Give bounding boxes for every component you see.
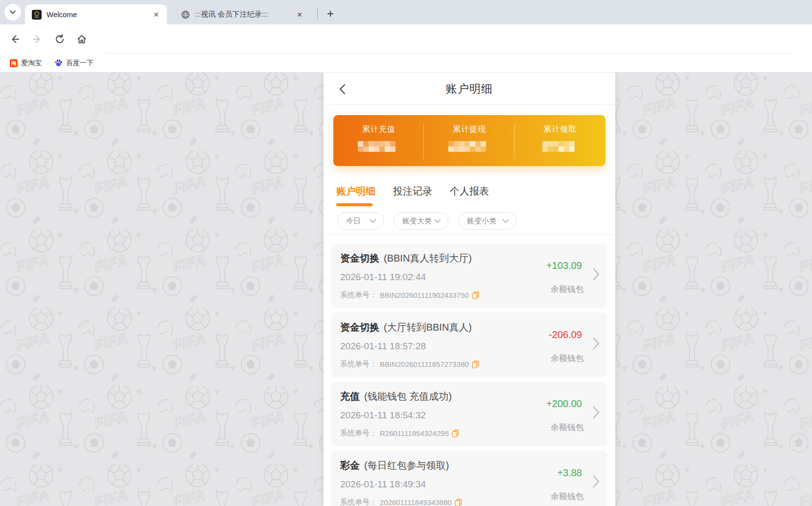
chevron-down-icon	[434, 219, 441, 223]
transaction-title: 彩金(每日红包参与领取)	[340, 459, 449, 472]
filter-label: 账变大类	[402, 217, 432, 226]
transaction-title: 资金切换(大厅转到BBIN真人)	[340, 321, 472, 334]
arrow-left-icon	[9, 34, 20, 45]
home-button[interactable]	[72, 29, 92, 49]
copy-icon[interactable]	[472, 291, 479, 299]
transaction-amount: +103.09	[546, 260, 582, 271]
total-deposit-column: 累计充值	[333, 115, 424, 166]
tab-betting-records[interactable]: 投注记录	[393, 181, 432, 201]
copy-icon[interactable]	[452, 430, 459, 437]
transaction-type: 资金切换	[340, 322, 379, 333]
masked-amount	[358, 141, 400, 152]
wallet-label: 余额钱包	[551, 353, 584, 364]
transaction-datetime: 2026-01-11 18:49:34	[340, 479, 426, 490]
tab-divider	[317, 9, 318, 20]
tab-account-details[interactable]: 账户明细	[336, 181, 375, 201]
page-title: 账户明细	[324, 72, 615, 105]
wallet-label: 余额钱包	[551, 491, 584, 502]
account-details-panel: 账户明细 累计充值 累计提现 累计领取 账户明细 投注记录 个人报表 今	[324, 72, 615, 506]
total-withdraw-label: 累计提现	[453, 124, 486, 135]
copy-icon[interactable]	[455, 499, 462, 506]
order-prefix-label: 系统单号：	[340, 290, 377, 300]
taobao-icon: 淘	[10, 59, 18, 67]
new-tab-button[interactable]: +	[322, 5, 339, 22]
order-number: 202601111849343880	[380, 498, 452, 506]
order-prefix-label: 系统单号：	[340, 360, 377, 369]
order-prefix-label: 系统单号：	[340, 498, 377, 506]
transaction-card[interactable]: 充值(钱能钱包 充值成功) 2026-01-11 18:54:32 系统单号：R…	[331, 382, 607, 446]
reload-button[interactable]	[50, 29, 70, 49]
transaction-order-row: 系统单号：202601111849343880	[340, 498, 462, 506]
browser-tab-betting-records[interactable]: :::视讯 会员下注纪录::: ✕	[174, 4, 310, 24]
totals-summary-card: 累计充值 累计提现 累计领取	[333, 115, 605, 166]
transaction-card[interactable]: 资金切换(BBIN真人转到大厅) 2026-01-11 19:02:44 系统单…	[331, 243, 607, 308]
app-header: 账户明细	[324, 72, 615, 105]
total-claimed-column: 累计领取	[515, 115, 605, 166]
site-favicon	[32, 10, 42, 20]
section-tabs: 账户明细 投注记录 个人报表	[336, 181, 489, 201]
tab-strip: Welcome ✕ :::视讯 会员下注纪录::: ✕ +	[0, 0, 812, 24]
bookmark-baidu[interactable]: 百度一下	[51, 57, 96, 69]
forward-button[interactable]	[27, 29, 47, 49]
transaction-order-row: 系统单号：R2601111854324295	[340, 429, 459, 438]
transaction-subtitle: (每日红包参与领取)	[364, 460, 449, 471]
transaction-list: 资金切换(BBIN真人转到大厅) 2026-01-11 19:02:44 系统单…	[331, 243, 607, 506]
order-number: BBIN202601111902433750	[380, 291, 469, 299]
tab-personal-report[interactable]: 个人报表	[450, 181, 489, 201]
filter-label: 账变小类	[467, 217, 496, 226]
chevron-down-icon	[370, 219, 376, 223]
bookmark-label: 百度一下	[66, 59, 93, 68]
transaction-card[interactable]: 彩金(每日红包参与领取) 2026-01-11 18:49:34 系统单号：20…	[331, 451, 607, 506]
transaction-amount: +200.00	[546, 398, 582, 410]
chevron-down-icon	[9, 9, 16, 16]
chevron-right-icon	[593, 337, 600, 350]
filter-label: 今日	[346, 217, 361, 226]
browser-tab-welcome[interactable]: Welcome ✕	[25, 4, 167, 24]
total-claimed-label: 累计领取	[543, 124, 577, 135]
bookmark-aitaobao[interactable]: 淘 爱淘宝	[7, 57, 45, 69]
filter-row: 今日 账变大类 账变小类	[337, 212, 516, 230]
transaction-type: 资金切换	[340, 253, 379, 264]
divider	[324, 234, 615, 235]
transaction-datetime: 2026-01-11 18:54:32	[340, 410, 426, 421]
transaction-subtitle: (钱能钱包 充值成功)	[364, 391, 452, 402]
chevron-right-icon	[593, 268, 600, 281]
date-filter-dropdown[interactable]: 今日	[337, 212, 384, 230]
transaction-subtitle: (大厅转到BBIN真人)	[384, 322, 472, 333]
baidu-paw-icon	[54, 59, 63, 67]
minor-category-dropdown[interactable]: 账变小类	[458, 212, 516, 230]
page-background: FIFA 账户明细	[0, 72, 812, 506]
transaction-amount: +3.88	[557, 467, 582, 479]
masked-amount	[542, 141, 578, 152]
major-category-dropdown[interactable]: 账变大类	[394, 212, 448, 230]
total-withdraw-column: 累计提现	[424, 115, 514, 166]
transaction-subtitle: (BBIN真人转到大厅)	[384, 253, 472, 264]
tab-title: :::视讯 会员下注纪录:::	[195, 10, 289, 19]
transaction-card[interactable]: 资金切换(大厅转到BBIN真人) 2026-01-11 18:57:28 系统单…	[331, 313, 607, 377]
tab-title: Welcome	[46, 10, 145, 19]
transaction-datetime: 2026-01-11 19:02:44	[340, 272, 426, 283]
wallet-label: 余额钱包	[551, 422, 584, 433]
total-deposit-label: 累计充值	[362, 124, 395, 135]
copy-icon[interactable]	[472, 361, 479, 368]
arrow-right-icon	[32, 34, 43, 45]
transaction-datetime: 2026-01-11 18:57:28	[340, 341, 426, 352]
browser-toolbar: ld48.com/reports/index?tab=0	[0, 24, 812, 54]
masked-amount	[448, 141, 490, 152]
transaction-type: 彩金	[340, 460, 360, 471]
transaction-title: 充值(钱能钱包 充值成功)	[340, 390, 452, 403]
tab-search-button[interactable]	[4, 4, 21, 21]
chevron-right-icon	[593, 406, 600, 419]
active-tab-underline	[336, 203, 372, 206]
globe-icon	[181, 10, 190, 19]
transaction-type: 充值	[340, 391, 360, 402]
bookmarks-bar: 淘 爱淘宝 百度一下	[0, 54, 812, 72]
wallet-label: 余额钱包	[551, 284, 584, 295]
transaction-order-row: 系统单号：BBIN202601111902433750	[340, 290, 479, 300]
tab-close-button[interactable]: ✕	[151, 10, 161, 20]
order-number: BBIN202601111857273380	[380, 360, 469, 368]
transaction-amount: -206.09	[549, 329, 582, 340]
chevron-down-icon	[502, 219, 509, 223]
back-button[interactable]	[5, 29, 24, 49]
tab-close-button[interactable]: ✕	[295, 10, 304, 20]
